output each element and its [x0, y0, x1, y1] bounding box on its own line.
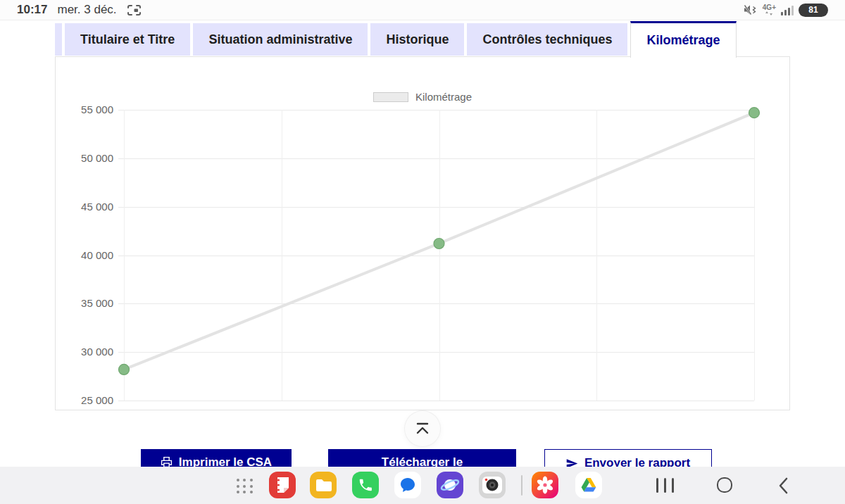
recents-icon[interactable]	[656, 478, 674, 493]
home-icon[interactable]	[717, 477, 732, 493]
status-bar: 10:17 mer. 3 déc. 4G+	[0, 0, 845, 20]
network-type-indicator: 4G+	[763, 4, 776, 15]
messages-icon[interactable]	[394, 472, 421, 498]
mute-vibrate-icon	[744, 4, 758, 15]
data-point[interactable]	[119, 364, 130, 374]
tab-kilometrage[interactable]: Kilométrage	[630, 21, 736, 58]
my-files-icon[interactable]	[310, 472, 337, 498]
battery-icon: 81	[799, 4, 828, 17]
date: mer. 3 déc.	[57, 3, 116, 17]
signal-strength-icon	[781, 5, 794, 15]
phone-icon[interactable]	[352, 472, 379, 498]
data-point[interactable]	[434, 238, 444, 248]
clock: 10:17	[17, 3, 47, 17]
samsung-notes-icon[interactable]	[269, 472, 296, 498]
collapse-to-top-icon	[414, 421, 431, 436]
samsung-internet-icon[interactable]	[437, 472, 463, 498]
google-drive-icon[interactable]	[575, 472, 602, 498]
data-point[interactable]	[749, 108, 760, 118]
screenshot-icon	[127, 4, 142, 16]
tab-situation-administrative[interactable]: Situation administrative	[193, 23, 368, 56]
kilometrage-chart	[56, 57, 791, 411]
apps-grid-icon[interactable]	[237, 479, 254, 494]
tab-historique[interactable]: Historique	[370, 23, 464, 56]
taskbar	[0, 467, 845, 504]
scroll-to-top-button[interactable]	[405, 411, 440, 446]
taskbar-divider	[521, 475, 522, 496]
tab-partial[interactable]	[55, 23, 62, 56]
gallery-icon[interactable]	[532, 472, 558, 498]
back-icon[interactable]	[777, 477, 789, 498]
chart-card: Kilométrage 25 00030 00035 00040 00045 0…	[55, 56, 790, 410]
tab-controles-techniques[interactable]: Contrôles techniques	[467, 23, 627, 56]
tab-bar: Titulaire et Titre Situation administrat…	[55, 23, 737, 58]
tab-titulaire-et-titre[interactable]: Titulaire et Titre	[65, 23, 190, 56]
camera-icon[interactable]	[479, 472, 506, 498]
